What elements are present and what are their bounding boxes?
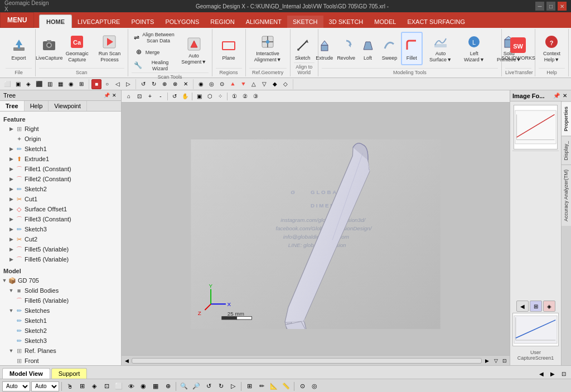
- bt-btn-16[interactable]: ✏: [256, 381, 267, 392]
- tree-item-surface-offset1[interactable]: ▶ ◇ Surface Offset1: [1, 204, 120, 214]
- tree-item-sketches-s3[interactable]: ✏ Sketch3: [1, 336, 120, 346]
- sub-btn-2[interactable]: ▣: [13, 79, 23, 89]
- tree-expand-extrude1[interactable]: ▶: [8, 156, 14, 162]
- bt-btn-14[interactable]: ▷: [228, 381, 239, 392]
- tree-item-sketch3[interactable]: ▶ ✏ Sketch3: [1, 224, 120, 234]
- tree-item-sketches[interactable]: ▼ ✏ Sketches: [1, 306, 120, 316]
- bt-btn-12[interactable]: ↺: [203, 381, 214, 392]
- tree-item-origin[interactable]: ✦ Origin: [1, 134, 120, 144]
- auto-segment-button[interactable]: Auto Segment▼: [180, 34, 209, 67]
- sub-btn-16[interactable]: ⊗: [170, 79, 180, 89]
- sub-btn-3[interactable]: ◈: [23, 79, 33, 89]
- sub-btn-25[interactable]: ◆: [270, 79, 280, 89]
- sub-btn-19[interactable]: ◎: [206, 79, 216, 89]
- sub-btn-22[interactable]: 🔻: [238, 79, 248, 89]
- sub-btn-26[interactable]: ◇: [280, 79, 291, 89]
- tree-expand-fillet5[interactable]: ▶: [8, 246, 14, 253]
- tree-tab-tree[interactable]: Tree: [0, 101, 25, 111]
- bt-btn-2[interactable]: ⊞: [76, 381, 88, 392]
- right-btn-2[interactable]: ⊞: [530, 301, 542, 312]
- tree-expand-fillet3[interactable]: ▶: [8, 216, 14, 222]
- right-panel-pin-btn[interactable]: 📌: [553, 92, 560, 100]
- bt-btn-20[interactable]: ◎: [309, 381, 320, 392]
- tree-expand-sketch2[interactable]: ▶: [8, 186, 14, 192]
- tree-item-ref-planes[interactable]: ▼ ⊞ Ref. Planes: [1, 346, 120, 356]
- nav-scrollbar[interactable]: [132, 358, 482, 364]
- sub-btn-20[interactable]: ⊙: [217, 79, 227, 89]
- solidworks-button[interactable]: SW SOLIDWORKS: [499, 32, 538, 65]
- geomagic-capture-button[interactable]: Ca Geomagic Capture: [61, 32, 93, 65]
- sub-btn-11[interactable]: ◁: [113, 79, 123, 89]
- tab-support[interactable]: Support: [51, 368, 88, 379]
- bt-btn-11[interactable]: 🔎: [191, 381, 202, 392]
- tree-expand-right[interactable]: ▶: [8, 125, 14, 132]
- plane-button[interactable]: Plane: [217, 32, 240, 65]
- tab-model-view[interactable]: Model View: [2, 368, 50, 379]
- vp-btn-view1[interactable]: ①: [229, 91, 239, 101]
- tab-3dsketch[interactable]: 3D SKETCH: [323, 16, 369, 28]
- nav-fullscreen[interactable]: ⊡: [501, 357, 509, 365]
- bt-btn-3[interactable]: ◈: [89, 381, 100, 392]
- sub-btn-15[interactable]: ⊕: [159, 79, 170, 89]
- sketch-button[interactable]: Sketch: [292, 32, 313, 65]
- tree-item-sketch1[interactable]: ▶ ✏ Sketch1: [1, 144, 120, 154]
- bt-btn-15[interactable]: ⊞: [244, 381, 255, 392]
- tree-item-sketches-s2[interactable]: ✏ Sketch2: [1, 326, 120, 336]
- context-help-button[interactable]: ? Context Help▼: [539, 32, 565, 65]
- tab-region[interactable]: REGION: [205, 16, 240, 28]
- tab-livecapture[interactable]: LIVECAPTURE: [72, 16, 125, 28]
- sub-btn-6[interactable]: ▦: [55, 79, 65, 89]
- bt-btn-10[interactable]: 🔍: [178, 381, 190, 392]
- auto-surface-button[interactable]: Auto Surface▼: [424, 32, 458, 65]
- nav-right[interactable]: ▶: [483, 357, 491, 365]
- close-button[interactable]: ✕: [558, 2, 567, 11]
- sub-btn-18[interactable]: ◉: [196, 79, 206, 89]
- tab-model[interactable]: MODEL: [369, 16, 401, 28]
- bt-btn-4[interactable]: ⊡: [101, 381, 112, 392]
- auto-combo-1[interactable]: Auto: [2, 381, 30, 391]
- right-btn-1[interactable]: ◀: [516, 301, 529, 312]
- vp-btn-zoom-in[interactable]: +: [145, 91, 155, 101]
- tree-item-right[interactable]: ▶ ⊞ Right: [1, 124, 120, 134]
- viewport[interactable]: ⌂ ⊡ + - ↺ ✋ ▣ ⬡ ⁘ ① ② ③: [122, 90, 510, 365]
- tab-home[interactable]: HOME: [39, 14, 72, 28]
- viewport-nav-left2[interactable]: ◀: [536, 369, 546, 379]
- sub-btn-12[interactable]: ▷: [123, 79, 133, 89]
- bt-btn-7[interactable]: ◉: [138, 381, 149, 392]
- sub-btn-24[interactable]: ▽: [259, 79, 269, 89]
- tree-expand-model[interactable]: ▼: [1, 277, 8, 284]
- tree-item-solid-bodies[interactable]: ▼ ■ Solid Bodies: [1, 285, 120, 296]
- vp-btn-zoom-out[interactable]: -: [156, 91, 166, 101]
- tree-expand-solid-bodies[interactable]: ▼: [8, 287, 14, 294]
- tree-expand-fillet6[interactable]: ▶: [8, 256, 14, 263]
- sub-btn-23[interactable]: △: [249, 79, 259, 89]
- tree-item-model[interactable]: ▼ 📦 GD 705: [1, 275, 120, 285]
- tree-expand-sketch1[interactable]: ▶: [8, 146, 14, 152]
- vp-btn-home[interactable]: ⌂: [124, 91, 134, 101]
- tree-panel-pin[interactable]: 📌: [103, 92, 110, 99]
- sub-btn-7[interactable]: ◉: [66, 79, 76, 89]
- tree-item-cut2[interactable]: ▶ ✂ Cut2: [1, 234, 120, 244]
- sub-btn-5[interactable]: ▥: [45, 79, 55, 89]
- tree-expand-surface-offset1[interactable]: ▶: [8, 206, 14, 212]
- tab-exact-surfacing[interactable]: EXACT SURFACING: [401, 16, 471, 28]
- sub-btn-1[interactable]: ⬜: [2, 79, 12, 89]
- bt-btn-1[interactable]: 🖱: [64, 381, 75, 392]
- extrude-button[interactable]: Extrude: [314, 32, 335, 65]
- tree-item-sketches-s1[interactable]: ✏ Sketch1: [1, 316, 120, 326]
- vp-btn-zoom-fit[interactable]: ⊡: [134, 91, 144, 101]
- vp-btn-rotate[interactable]: ↺: [170, 91, 180, 101]
- tree-expand-origin[interactable]: [8, 135, 14, 142]
- model-viewport[interactable]: G GLOBAL DIMENSION instagram.com/globald…: [122, 103, 510, 365]
- tree-expand-cut1[interactable]: ▶: [8, 196, 14, 202]
- vp-btn-pan[interactable]: ✋: [180, 91, 190, 101]
- bt-btn-17[interactable]: 📐: [268, 381, 279, 392]
- interactive-alignment-button[interactable]: Interactive Alignment▼: [249, 32, 287, 65]
- fillet-button[interactable]: Fillet: [401, 32, 423, 65]
- tree-tab-help[interactable]: Help: [25, 101, 49, 111]
- tab-alignment[interactable]: ALIGNMENT: [240, 16, 287, 28]
- tree-expand-fillet2[interactable]: ▶: [8, 176, 14, 182]
- livecapture-button[interactable]: LiveCapture: [38, 32, 60, 65]
- sub-btn-17[interactable]: ✕: [181, 79, 191, 89]
- sub-btn-8[interactable]: ⊞: [76, 79, 86, 89]
